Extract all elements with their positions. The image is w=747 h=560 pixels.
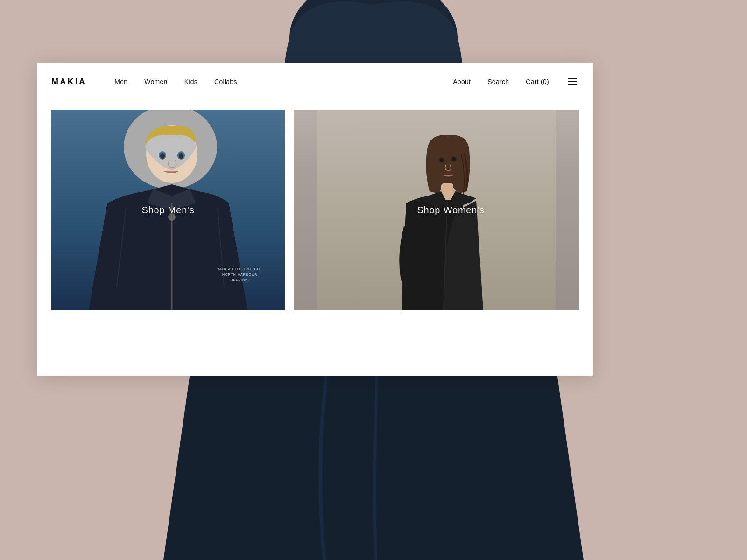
nav-about[interactable]: About xyxy=(453,78,471,85)
women-image: Shop Women's xyxy=(294,110,579,310)
panel-men[interactable]: Shop Men's MAKIA CLOTHING CO. NORTH HARB… xyxy=(51,110,285,310)
content-area: Shop Men's MAKIA CLOTHING CO. NORTH HARB… xyxy=(37,100,593,376)
nav-men[interactable]: Men xyxy=(114,78,127,85)
nav-kids[interactable]: Kids xyxy=(184,78,197,85)
svg-point-16 xyxy=(452,157,456,161)
panel-women[interactable]: Shop Women's xyxy=(294,110,579,310)
hamburger-line-2 xyxy=(568,81,577,82)
svg-point-7 xyxy=(160,153,165,159)
hamburger-menu[interactable] xyxy=(566,77,579,87)
brand-text-men: MAKIA CLOTHING CO. NORTH HARBOUR HELSINK… xyxy=(218,266,261,282)
hamburger-line-1 xyxy=(568,78,577,79)
main-card: MAKIA Men Women Kids Collabs About Searc… xyxy=(37,63,593,376)
nav-collabs[interactable]: Collabs xyxy=(214,78,237,85)
men-image: Shop Men's MAKIA CLOTHING CO. NORTH HARB… xyxy=(51,110,285,310)
men-panel-label[interactable]: Shop Men's xyxy=(142,205,195,216)
svg-point-14 xyxy=(440,158,444,162)
nav-right: About Search Cart (0) xyxy=(453,77,579,87)
svg-point-8 xyxy=(179,153,183,159)
nav-cart[interactable]: Cart (0) xyxy=(526,78,549,85)
women-panel-label[interactable]: Shop Women's xyxy=(417,205,484,216)
brand-logo[interactable]: MAKIA xyxy=(51,77,86,87)
nav-women[interactable]: Women xyxy=(144,78,167,85)
hamburger-line-3 xyxy=(568,84,577,85)
nav-search[interactable]: Search xyxy=(487,78,509,85)
navbar: MAKIA Men Women Kids Collabs About Searc… xyxy=(37,63,593,100)
nav-left: Men Women Kids Collabs xyxy=(114,78,453,85)
